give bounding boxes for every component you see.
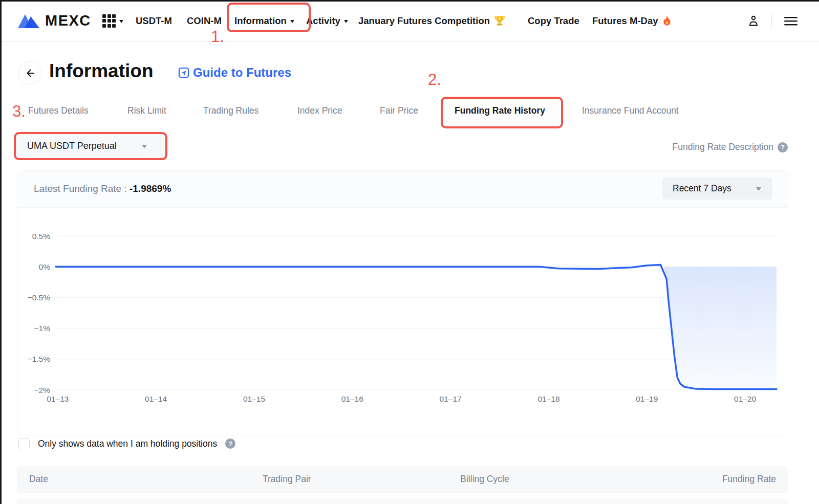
funding-rate-description: Funding Rate Description ? (673, 142, 788, 152)
user-account-button[interactable] (747, 14, 760, 28)
chevron-down-icon (756, 187, 761, 191)
svg-text:−1.5%: −1.5% (28, 355, 51, 363)
hamburger-icon (783, 14, 799, 28)
annotation-number-3: 3. (12, 102, 26, 121)
tab-fair-price[interactable]: Fair Price (380, 105, 418, 116)
tab-insurance-fund-account[interactable]: Insurance Fund Account (582, 105, 679, 116)
time-range-dropdown[interactable]: Recent 7 Days (662, 178, 772, 200)
annotation-number-2: 2. (428, 71, 441, 89)
main-menu-button[interactable] (783, 14, 799, 28)
nav-item-copy-trade[interactable]: Copy Trade (528, 0, 579, 41)
mexc-logo[interactable]: MEXC (17, 0, 91, 41)
column-header-date: Date (29, 474, 193, 485)
chevron-down-icon (344, 20, 348, 23)
svg-text:−1%: −1% (34, 324, 51, 333)
table-row-hint (17, 499, 788, 504)
tab-funding-rate-history-label[interactable]: Funding Rate History (455, 105, 545, 116)
nav-divider (771, 14, 772, 28)
svg-text:01–16: 01–16 (341, 395, 363, 403)
page-title: Information (49, 60, 153, 82)
nav-item-information[interactable]: Information (234, 0, 294, 41)
tab-index-price[interactable]: Index Price (297, 105, 342, 116)
svg-text:01–20: 01–20 (734, 395, 756, 403)
column-header-billing-cycle: Billing Cycle (380, 474, 590, 485)
funding-history-table-header: Date Trading Pair Billing Cycle Funding … (17, 466, 788, 493)
latest-funding-rate: Latest Funding Rate : -1.9869% (34, 183, 171, 194)
screen-edge-left (0, 0, 2, 504)
nav-item-coin-m[interactable]: COIN-M (187, 0, 222, 41)
flame-icon (662, 15, 672, 27)
svg-text:−0.5%: −0.5% (28, 293, 51, 302)
svg-text:01–15: 01–15 (243, 395, 265, 403)
funding-rate-chart: 0.5%0%−0.5%−1%−1.5%−2%01–1301–1401–1501–… (17, 208, 788, 413)
pair-selector-dropdown[interactable]: UMA USDT Perpetual (14, 132, 167, 160)
top-navbar: MEXC USDT-M COIN-M Information Activity … (0, 0, 819, 42)
user-icon (747, 14, 760, 28)
apps-menu-button[interactable] (102, 0, 123, 41)
svg-text:01–13: 01–13 (47, 395, 69, 403)
guide-book-icon (178, 67, 190, 79)
chevron-down-icon (119, 20, 123, 23)
svg-text:−2%: −2% (34, 386, 51, 395)
chevron-down-icon (142, 145, 147, 148)
grid-icon (102, 14, 116, 28)
svg-text:01–19: 01–19 (636, 395, 658, 403)
latest-funding-rate-value: -1.9869% (130, 183, 171, 194)
guide-to-futures-link[interactable]: Guide to Futures (178, 65, 291, 80)
nav-item-usdt-m[interactable]: USDT-M (136, 0, 172, 41)
question-mark-icon[interactable]: ? (778, 142, 788, 152)
screen-edge-top (0, 0, 819, 2)
back-button[interactable] (18, 61, 41, 85)
mexc-mountain-icon (17, 12, 40, 30)
column-header-trading-pair: Trading Pair (193, 474, 380, 485)
arrow-left-icon (24, 68, 35, 79)
holding-positions-label: Only shows data when I am holding positi… (38, 439, 217, 449)
trophy-icon (493, 15, 506, 27)
svg-text:01–17: 01–17 (440, 395, 462, 403)
nav-item-futures-m-day[interactable]: Futures M-Day (592, 0, 672, 41)
pair-selector-value: UMA USDT Perpetual (27, 141, 117, 151)
tab-trading-rules[interactable]: Trading Rules (203, 105, 258, 116)
positions-filter-row: Only shows data when I am holding positi… (18, 438, 235, 449)
nav-item-activity[interactable]: Activity (306, 0, 348, 41)
chart-card-header: Latest Funding Rate : -1.9869% Recent 7 … (17, 171, 788, 208)
holding-positions-checkbox[interactable] (18, 438, 30, 449)
svg-text:01–14: 01–14 (145, 395, 167, 403)
chevron-down-icon (290, 20, 294, 23)
brand-text: MEXC (45, 12, 91, 29)
tab-futures-details[interactable]: Futures Details (28, 105, 89, 116)
svg-text:0.5%: 0.5% (32, 232, 51, 240)
tab-risk-limit[interactable]: Risk Limit (127, 105, 166, 116)
nav-item-january-futures-competition[interactable]: January Futures Competition (358, 0, 506, 41)
time-range-value: Recent 7 Days (673, 183, 731, 194)
question-mark-icon[interactable]: ? (225, 439, 235, 449)
svg-text:01–18: 01–18 (537, 395, 559, 403)
column-header-funding-rate: Funding Rate (589, 474, 776, 485)
svg-text:0%: 0% (39, 262, 51, 271)
funding-rate-chart-card: Latest Funding Rate : -1.9869% Recent 7 … (17, 170, 788, 435)
